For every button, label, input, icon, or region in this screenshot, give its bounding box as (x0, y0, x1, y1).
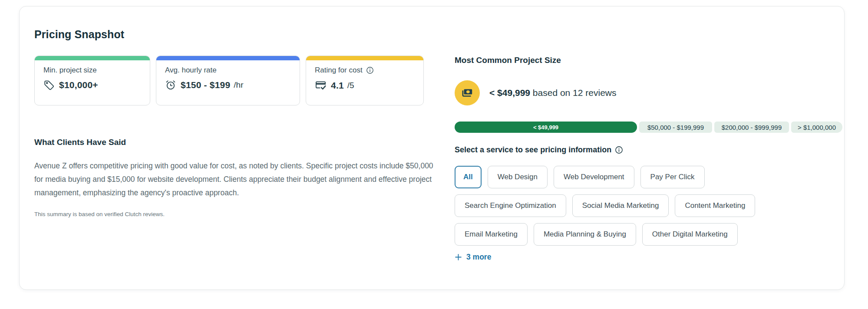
service-chip-seo[interactable]: Search Engine Optimization (455, 194, 566, 217)
info-icon[interactable] (366, 66, 374, 74)
pricing-snapshot-panel: Pricing Snapshot Min. project size $10,0… (19, 6, 845, 290)
stat-card-suffix: /hr (234, 80, 243, 90)
service-chip-web-design[interactable]: Web Design (488, 166, 548, 188)
stat-card-value: 4.1 (331, 80, 344, 91)
service-chip-media-planning-buying[interactable]: Media Planning & Buying (534, 223, 636, 246)
stat-card-value: $10,000+ (59, 80, 98, 90)
clients-said-heading: What Clients Have Said (34, 138, 439, 147)
money-badge (455, 80, 480, 105)
show-more-services-button[interactable]: 3 more (455, 253, 491, 262)
clients-said-disclaimer: This summary is based on verified Clutch… (34, 211, 439, 217)
credit-card-check-icon (315, 79, 327, 91)
common-project-size-caption: based on 12 reviews (533, 88, 617, 98)
alarm-clock-icon (165, 79, 176, 91)
stat-card-label: Rating for cost (315, 66, 363, 75)
service-chip-social-media-marketing[interactable]: Social Media Marketing (572, 194, 669, 217)
section-title: Pricing Snapshot (34, 28, 439, 41)
min-project-size-card: Min. project size $10,000+ (34, 56, 150, 105)
plus-icon (455, 253, 462, 261)
bar-segment[interactable]: > $1,000,000 (791, 122, 842, 133)
service-chip-web-development[interactable]: Web Development (554, 166, 634, 188)
project-size-column: Most Common Project Size < $49,999 based… (455, 22, 842, 274)
project-size-bar: < $49,999 $50,000 - $199,999 $200,000 - … (455, 122, 842, 133)
tag-icon (43, 79, 55, 91)
info-icon[interactable] (615, 146, 623, 154)
project-size-heading: Most Common Project Size (455, 56, 842, 65)
service-filter-heading: Select a service to see pricing informat… (455, 145, 842, 154)
service-chip-content-marketing[interactable]: Content Marketing (675, 194, 755, 217)
common-project-size-value: < $49,999 (489, 88, 530, 98)
service-chip-all[interactable]: All (455, 166, 482, 188)
stat-card-label: Avg. hourly rate (165, 66, 291, 75)
service-chip-list: All Web Design Web Development Pay Per C… (455, 166, 811, 246)
card-accent-strip (35, 56, 150, 60)
card-accent-strip (306, 56, 423, 60)
bar-segment[interactable]: $200,000 - $999,999 (714, 122, 789, 133)
pricing-summary-column: Pricing Snapshot Min. project size $10,0… (34, 22, 439, 274)
card-accent-strip (156, 56, 300, 60)
clients-said-summary: Avenue Z offers competitive pricing with… (34, 159, 439, 200)
project-size-summary: < $49,999 based on 12 reviews (455, 80, 842, 105)
show-more-label: 3 more (466, 253, 491, 262)
rating-for-cost-card: Rating for cost (306, 56, 424, 105)
stat-cards-row: Min. project size $10,000+ (34, 56, 439, 105)
bar-segment[interactable]: $50,000 - $199,999 (639, 122, 712, 133)
service-chip-other-digital-marketing[interactable]: Other Digital Marketing (642, 223, 738, 246)
stat-card-label: Min. project size (43, 66, 141, 75)
banknote-icon (460, 86, 474, 100)
stat-card-value: $150 - $199 (181, 80, 230, 90)
service-chip-email-marketing[interactable]: Email Marketing (455, 223, 528, 246)
stat-card-suffix: /5 (347, 81, 354, 90)
avg-hourly-rate-card: Avg. hourly rate $150 - $199 /hr (156, 56, 300, 105)
service-chip-pay-per-click[interactable]: Pay Per Click (640, 166, 705, 188)
bar-segment-active[interactable]: < $49,999 (455, 122, 637, 133)
